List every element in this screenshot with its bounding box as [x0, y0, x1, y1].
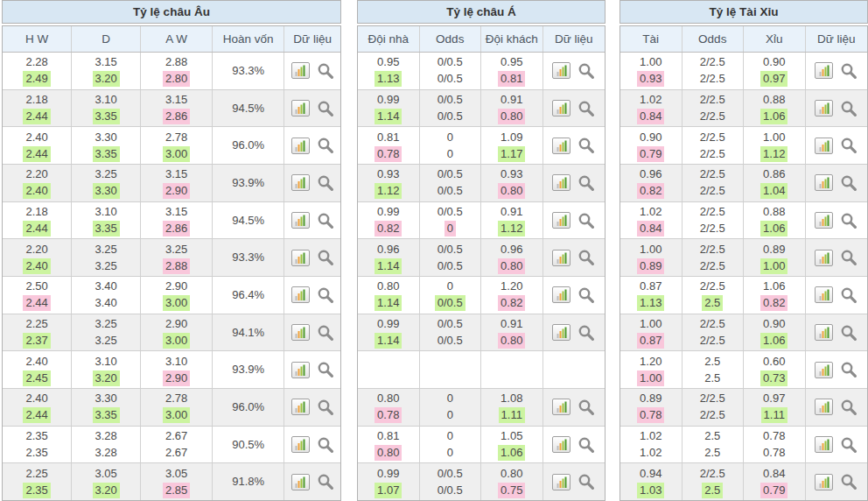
search-icon[interactable]	[317, 212, 334, 229]
chart-icon[interactable]	[815, 474, 833, 490]
odds-value-top: 3.15	[93, 54, 120, 70]
search-icon[interactable]	[317, 399, 334, 416]
chart-icon[interactable]	[552, 399, 570, 415]
chart-icon[interactable]	[815, 436, 833, 453]
chart-icon[interactable]	[815, 138, 833, 154]
search-icon[interactable]	[317, 324, 334, 342]
chart-icon[interactable]	[291, 100, 310, 116]
chart-icon[interactable]	[815, 250, 833, 266]
search-icon[interactable]	[317, 436, 334, 454]
chart-icon[interactable]	[552, 250, 570, 266]
chart-icon[interactable]	[815, 286, 833, 303]
chart-icon[interactable]	[291, 212, 310, 229]
odds-cell: 1.081.11	[481, 389, 543, 426]
payout-cell: 96.4%	[213, 277, 284, 314]
search-icon[interactable]	[317, 137, 334, 154]
chart-icon[interactable]	[552, 62, 570, 79]
chart-icon[interactable]	[552, 138, 570, 154]
chart-icon[interactable]	[552, 100, 570, 116]
search-icon[interactable]	[578, 324, 595, 342]
chart-icon[interactable]	[291, 474, 310, 490]
chart-icon[interactable]	[815, 324, 833, 341]
chart-icon[interactable]	[291, 436, 310, 453]
search-icon[interactable]	[840, 212, 858, 229]
odds-value-top: 2.78	[163, 391, 190, 406]
chart-icon[interactable]	[552, 286, 570, 303]
column-header--i-kh-ch: Đội khách	[481, 26, 543, 52]
payout-value: 96.0%	[229, 138, 267, 153]
odds-cell: 2.252.37	[3, 314, 72, 351]
search-icon[interactable]	[578, 212, 595, 229]
search-icon[interactable]	[578, 286, 595, 304]
chart-icon[interactable]	[552, 436, 570, 453]
odds-value-top: 2/2.5	[697, 54, 728, 70]
search-icon[interactable]	[840, 137, 858, 154]
search-icon[interactable]	[578, 249, 595, 266]
search-icon[interactable]	[840, 174, 858, 192]
payout-value: 96.0%	[229, 399, 267, 415]
search-icon[interactable]	[840, 62, 858, 80]
chart-icon[interactable]	[291, 250, 310, 266]
chart-icon[interactable]	[291, 362, 310, 378]
search-icon[interactable]	[317, 249, 334, 266]
odds-table-asia: Tỷ lệ châu Á Đội nhàOddsĐội kháchDữ liệu…	[357, 0, 606, 501]
search-icon[interactable]	[840, 436, 858, 454]
odds-value-bottom: 1.12	[374, 183, 402, 199]
chart-icon[interactable]	[291, 138, 310, 154]
odds-cell: 2.903.00	[141, 277, 213, 314]
search-icon[interactable]	[578, 100, 595, 117]
search-icon[interactable]	[840, 100, 858, 117]
search-icon[interactable]	[317, 473, 334, 490]
odds-value-bottom: 3.30	[93, 183, 120, 199]
chart-icon[interactable]	[552, 212, 570, 229]
odds-value-top: 0	[444, 428, 456, 444]
search-icon[interactable]	[317, 62, 334, 80]
chart-icon[interactable]	[291, 174, 310, 191]
search-icon[interactable]	[840, 473, 858, 490]
chart-icon[interactable]	[291, 399, 310, 415]
chart-icon[interactable]	[552, 324, 570, 341]
search-icon[interactable]	[840, 361, 858, 378]
search-icon[interactable]	[840, 286, 858, 304]
search-icon[interactable]	[578, 473, 595, 490]
payout-cell: 94.1%	[213, 314, 284, 351]
odds-value-bottom: 2.45	[23, 370, 50, 386]
search-icon[interactable]	[840, 399, 858, 416]
search-icon[interactable]	[317, 286, 334, 304]
search-icon[interactable]	[578, 137, 595, 154]
search-icon[interactable]	[317, 174, 334, 192]
chart-icon[interactable]	[815, 362, 833, 378]
search-icon[interactable]	[317, 361, 334, 378]
column-header-d: D	[72, 26, 141, 52]
chart-icon[interactable]	[815, 174, 833, 191]
chart-icon[interactable]	[291, 62, 310, 79]
search-icon[interactable]	[578, 62, 595, 80]
chart-icon[interactable]	[815, 100, 833, 116]
chart-icon[interactable]	[552, 474, 570, 490]
chart-icon[interactable]	[291, 286, 310, 303]
search-icon[interactable]	[840, 249, 858, 266]
odds-value-top: 0.93	[498, 166, 525, 182]
chart-icon[interactable]	[291, 324, 310, 341]
odds-value-top: 3.30	[93, 130, 120, 145]
chart-icon[interactable]	[815, 399, 833, 415]
odds-value-bottom: 1.04	[760, 183, 788, 199]
data-tools-cell	[284, 202, 340, 239]
odds-value-top: 0/0.5	[435, 166, 466, 182]
search-icon[interactable]	[578, 399, 595, 416]
search-icon[interactable]	[578, 436, 595, 454]
chart-icon[interactable]	[815, 62, 833, 79]
chart-icon[interactable]	[552, 174, 570, 191]
odds-cell: 3.102.90	[141, 351, 213, 388]
odds-cell: 1.201.00	[620, 351, 682, 388]
odds-cell: 0.991.14	[358, 90, 420, 127]
search-icon[interactable]	[840, 324, 858, 342]
odds-cell: 2.402.45	[3, 351, 72, 388]
odds-cell: 2.903.00	[141, 314, 213, 351]
search-icon[interactable]	[578, 174, 595, 192]
odds-value-bottom: 0.79	[760, 483, 788, 498]
search-icon[interactable]	[317, 100, 334, 117]
odds-value-top: 0.99	[374, 92, 402, 108]
chart-icon[interactable]	[815, 212, 833, 229]
data-tools-cell	[284, 165, 340, 201]
